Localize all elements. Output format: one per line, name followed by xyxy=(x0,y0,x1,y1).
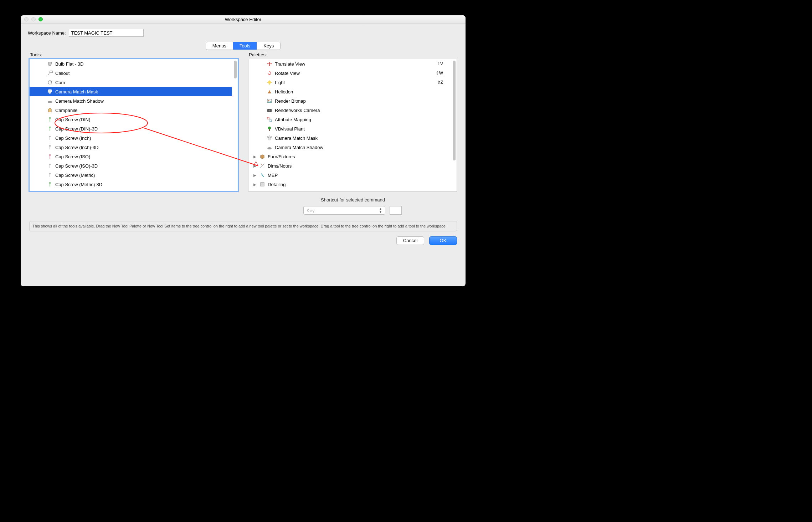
detail-icon xyxy=(259,181,266,188)
tools-list[interactable]: Bulb Flat - 3DCalloutCamCamera Match Mas… xyxy=(29,59,238,191)
tools-label: Tools: xyxy=(30,52,238,57)
tools-item[interactable]: Campanile xyxy=(30,106,232,115)
tools-item[interactable]: Cap Screw (Inch) xyxy=(30,133,232,143)
svg-rect-18 xyxy=(50,174,50,177)
mask-icon xyxy=(47,88,53,95)
palettes-item[interactable]: ▶MEP xyxy=(248,170,451,180)
svg-point-23 xyxy=(268,100,269,101)
tools-item[interactable]: Camera Match Mask xyxy=(30,87,232,96)
tools-item[interactable]: Cap Screw (Metric)-3D xyxy=(30,180,232,189)
close-window-button[interactable] xyxy=(24,17,29,21)
ok-button[interactable]: OK xyxy=(429,236,457,245)
svg-point-3 xyxy=(50,91,51,92)
tower-icon xyxy=(47,107,53,113)
workspace-name-label: Workspace Name: xyxy=(28,30,66,36)
svg-point-2 xyxy=(49,91,50,92)
palettes-item-label: Translate View xyxy=(275,61,305,67)
svg-rect-33 xyxy=(261,183,264,186)
shortcut-key-select[interactable]: Key ▲▼ xyxy=(303,206,385,215)
palettes-item[interactable]: ▶Furn/Fixtures xyxy=(248,152,451,161)
tools-item[interactable]: Bulb Flat - 3D xyxy=(30,59,232,68)
zoom-window-button[interactable] xyxy=(38,17,43,21)
palettes-item-label: Render Bitmap xyxy=(275,98,306,104)
tools-item-label: Cap Screw (DIN) xyxy=(55,117,90,122)
tools-item[interactable]: Cap Screw (DIN)-3D xyxy=(30,124,232,133)
tools-item-label: Cam xyxy=(55,80,65,85)
palettes-item-label: Camera Match Shadow xyxy=(275,145,323,150)
svg-rect-29 xyxy=(269,129,270,131)
palettes-item-label: Fasteners xyxy=(268,191,288,191)
shortcut-label: Shortcut for selected command xyxy=(249,197,457,203)
palettes-scrollbar[interactable] xyxy=(453,61,456,160)
svg-rect-10 xyxy=(50,137,50,140)
palettes-item-label: Heliodon xyxy=(275,89,293,94)
tools-item[interactable]: Cap Screw (Inch)-3D xyxy=(30,143,232,152)
screw-g-icon xyxy=(47,126,53,132)
box-icon xyxy=(259,153,266,160)
palettes-item[interactable]: VBvisual Plant xyxy=(248,124,451,133)
disclosure-triangle-icon[interactable]: ▶ xyxy=(253,183,258,186)
tools-item[interactable]: Callout xyxy=(30,68,232,78)
cancel-button[interactable]: Cancel xyxy=(396,236,424,245)
disclosure-triangle-icon[interactable]: ▶ xyxy=(253,155,258,159)
svg-rect-16 xyxy=(50,165,50,168)
tools-item[interactable]: Cap Screw (DIN) xyxy=(30,115,232,124)
tools-scrollbar[interactable] xyxy=(234,61,237,78)
svg-rect-0 xyxy=(50,71,52,73)
svg-rect-13 xyxy=(49,154,51,156)
palettes-item[interactable]: Rotate View⇧W xyxy=(248,68,451,78)
palettes-label: Palettes: xyxy=(249,52,457,57)
shadow-icon xyxy=(266,144,273,150)
shortcut-key-field[interactable] xyxy=(390,206,402,215)
screw-icon xyxy=(47,172,53,178)
tab-menus[interactable]: Menus xyxy=(206,42,233,50)
palettes-item[interactable]: ▶Fasteners xyxy=(248,189,451,191)
screw-icon xyxy=(47,163,53,169)
tools-item[interactable]: Camera Match Shadow xyxy=(30,96,232,106)
callout-icon xyxy=(47,70,53,76)
svg-point-31 xyxy=(270,137,271,138)
tools-item[interactable]: Cam xyxy=(30,78,232,87)
svg-point-32 xyxy=(267,147,272,149)
disclosure-triangle-icon[interactable]: ▶ xyxy=(253,164,258,168)
palettes-item[interactable]: ▶Dims/Notes xyxy=(248,161,451,170)
screw-g-icon xyxy=(47,181,53,188)
palettes-item[interactable]: Translate View⇧V xyxy=(248,59,451,68)
tools-item[interactable]: Cap Screw (ISO) xyxy=(30,152,232,161)
svg-point-4 xyxy=(48,101,52,103)
bitmap-icon xyxy=(266,98,273,104)
disclosure-triangle-icon[interactable]: ▶ xyxy=(253,173,258,177)
palettes-item[interactable]: Render Bitmap xyxy=(248,96,451,106)
palettes-item[interactable]: Camera Match Mask xyxy=(248,133,451,143)
palettes-item-label: Furn/Fixtures xyxy=(268,154,295,159)
palettes-list[interactable]: Translate View⇧VRotate View⇧WLight⇧ZHeli… xyxy=(248,59,457,191)
palettes-item[interactable]: Camera Match Shadow xyxy=(248,143,451,152)
tools-item-label: Cap Screw (Metric) xyxy=(55,173,95,178)
cam-icon xyxy=(47,79,53,86)
minimize-window-button[interactable] xyxy=(31,17,36,21)
workspace-name-input[interactable] xyxy=(69,29,144,37)
tab-keys[interactable]: Keys xyxy=(257,42,280,50)
tools-item[interactable]: Cap Screw (ISO)-3D xyxy=(30,161,232,170)
fast-icon xyxy=(259,190,266,191)
palettes-item-label: Light xyxy=(275,80,285,85)
tools-item-label: Camera Match Shadow xyxy=(55,98,104,104)
svg-rect-20 xyxy=(50,184,50,186)
shortcut-text: ⇧W xyxy=(436,71,443,76)
svg-rect-26 xyxy=(267,117,269,119)
palettes-item[interactable]: Renderworks Camera xyxy=(248,106,451,115)
svg-rect-5 xyxy=(49,117,51,119)
workspace-editor-window: Workspace Editor Workspace Name: Menus T… xyxy=(21,15,466,286)
screw-icon xyxy=(47,144,53,150)
palettes-item[interactable]: Attribute Mapping xyxy=(248,115,451,124)
palettes-item[interactable]: ▶Detailing xyxy=(248,180,451,189)
palettes-item[interactable]: Light⇧Z xyxy=(248,78,451,87)
svg-point-30 xyxy=(268,137,269,138)
palettes-item[interactable]: Heliodon xyxy=(248,87,451,96)
palettes-item-label: VBvisual Plant xyxy=(275,126,305,132)
tools-item[interactable]: Cap Screw (Metric) xyxy=(30,170,232,180)
tab-tools[interactable]: Tools xyxy=(233,42,257,50)
chevron-updown-icon: ▲▼ xyxy=(379,208,382,213)
tools-item-label: Cap Screw (ISO)-3D xyxy=(55,163,98,169)
camera-icon xyxy=(266,107,273,113)
